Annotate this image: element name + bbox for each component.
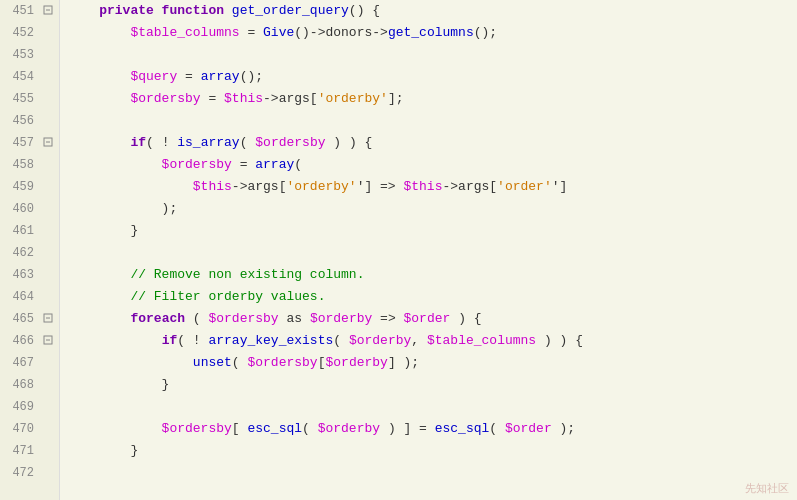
gutter-row: 456 [0,110,59,132]
code-token: get_order_query [232,0,349,22]
line-number: 467 [0,356,40,370]
gutter-row: 470 [0,418,59,440]
code-token: 'order' [497,176,552,198]
code-token: ()->donors-> [294,22,388,44]
code-token: $ordersby [68,154,232,176]
code-token: $order [404,308,451,330]
code-token: array [201,66,240,88]
code-token: } [68,440,138,462]
line-number: 451 [0,4,40,18]
code-line: $ordersby[ esc_sql( $orderby ) ] = esc_s… [68,418,797,440]
code-editor: 4514524534544554564574584594604614624634… [0,0,797,500]
code-line: // Filter orderby values. [68,286,797,308]
code-token: ->args[ [442,176,497,198]
code-line: // Remove non existing column. [68,264,797,286]
gutter-row: 460 [0,198,59,220]
code-token: => [372,308,403,330]
code-token: ( [185,308,208,330]
code-token: } [68,374,169,396]
line-number: 453 [0,48,40,62]
code-line: ); [68,198,797,220]
code-token: } [68,220,138,242]
code-token: ( [232,352,248,374]
code-token: ( [333,330,349,352]
code-token: if [162,330,178,352]
line-number: 454 [0,70,40,84]
code-token: $table_columns [68,22,240,44]
line-number: 470 [0,422,40,436]
code-token: ( ! [146,132,177,154]
code-line: if( ! is_array( $ordersby ) ) { [68,132,797,154]
code-token: ) ) { [326,132,373,154]
code-line [68,462,797,484]
gutter-row: 462 [0,242,59,264]
code-token: ( [302,418,318,440]
code-token: esc_sql [435,418,490,440]
gutter-row: 453 [0,44,59,66]
code-token: [ [232,418,248,440]
code-token: ) ] = [380,418,435,440]
gutter-row: 461 [0,220,59,242]
code-token: = [232,154,255,176]
gutter-row: 451 [0,0,59,22]
line-number: 472 [0,466,40,480]
code-line: if( ! array_key_exists( $orderby, $table… [68,330,797,352]
code-token [68,308,130,330]
code-token: (); [240,66,263,88]
line-number: 462 [0,246,40,260]
line-number: 463 [0,268,40,282]
line-gutter: 4514524534544554564574584594604614624634… [0,0,60,500]
gutter-row: 466 [0,330,59,352]
code-token: = [201,88,224,110]
code-token: esc_sql [247,418,302,440]
code-token: $ordersby [68,88,201,110]
code-token: // Filter orderby values. [68,286,325,308]
code-token: () { [349,0,380,22]
code-token: is_array [177,132,239,154]
fold-icon[interactable] [40,5,56,18]
code-token: $ordersby [68,418,232,440]
line-number: 465 [0,312,40,326]
code-token: $orderby [325,352,387,374]
code-token: = [240,22,263,44]
gutter-row: 457 [0,132,59,154]
gutter-row: 452 [0,22,59,44]
code-token: [ [318,352,326,374]
code-line: $ordersby = $this->args['orderby']; [68,88,797,110]
code-token: ->args[ [263,88,318,110]
line-number: 459 [0,180,40,194]
code-token: ) { [450,308,481,330]
code-token [68,352,193,374]
code-token: $orderby [310,308,372,330]
code-token: $ordersby [255,132,325,154]
code-token: ) ) { [536,330,583,352]
code-token: ] ); [388,352,419,374]
code-token: ); [552,418,575,440]
code-line: $table_columns = Give()->donors->get_col… [68,22,797,44]
code-token: '] => [357,176,404,198]
code-token: ( ! [177,330,208,352]
fold-icon[interactable] [40,137,56,150]
code-token: '] [552,176,568,198]
line-number: 458 [0,158,40,172]
gutter-row: 463 [0,264,59,286]
code-token: $orderby [349,330,411,352]
line-number: 452 [0,26,40,40]
code-token: , [411,330,427,352]
fold-icon[interactable] [40,313,56,326]
gutter-row: 472 [0,462,59,484]
fold-icon[interactable] [40,335,56,348]
code-line: } [68,220,797,242]
code-token: get_columns [388,22,474,44]
gutter-row: 459 [0,176,59,198]
code-token: 'orderby' [318,88,388,110]
code-token: $orderby [318,418,380,440]
code-content: private function get_order_query() { $ta… [60,0,797,500]
gutter-row: 467 [0,352,59,374]
line-number: 455 [0,92,40,106]
gutter-row: 464 [0,286,59,308]
code-token: ( [240,132,256,154]
gutter-row: 458 [0,154,59,176]
code-token: $ordersby [208,308,278,330]
code-token: as [279,308,310,330]
